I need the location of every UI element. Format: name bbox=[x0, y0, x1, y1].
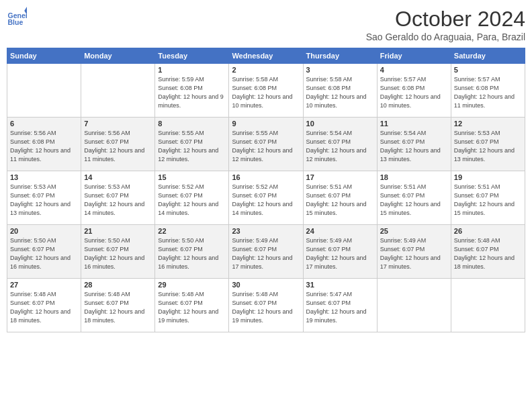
day-info: Sunrise: 5:48 AM Sunset: 6:07 PM Dayligh… bbox=[232, 290, 300, 325]
table-row: 15Sunrise: 5:52 AM Sunset: 6:07 PM Dayli… bbox=[155, 171, 229, 225]
day-number: 4 bbox=[380, 66, 448, 74]
day-number: 30 bbox=[232, 281, 300, 289]
month-title: October 2024 bbox=[366, 7, 525, 32]
day-number: 16 bbox=[232, 173, 300, 181]
day-info: Sunrise: 5:48 AM Sunset: 6:07 PM Dayligh… bbox=[454, 236, 522, 271]
day-number: 22 bbox=[158, 227, 226, 235]
day-info: Sunrise: 5:50 AM Sunset: 6:07 PM Dayligh… bbox=[84, 236, 152, 271]
table-row: 25Sunrise: 5:49 AM Sunset: 6:07 PM Dayli… bbox=[377, 225, 451, 279]
calendar-week-row: 13Sunrise: 5:53 AM Sunset: 6:07 PM Dayli… bbox=[7, 171, 525, 225]
header-saturday: Saturday bbox=[451, 48, 525, 64]
day-info: Sunrise: 5:48 AM Sunset: 6:07 PM Dayligh… bbox=[10, 290, 78, 325]
day-info: Sunrise: 5:53 AM Sunset: 6:07 PM Dayligh… bbox=[454, 129, 522, 164]
day-number: 11 bbox=[380, 120, 448, 128]
day-info: Sunrise: 5:54 AM Sunset: 6:07 PM Dayligh… bbox=[380, 129, 448, 164]
day-number: 6 bbox=[10, 120, 78, 128]
header-tuesday: Tuesday bbox=[155, 48, 229, 64]
table-row: 18Sunrise: 5:51 AM Sunset: 6:07 PM Dayli… bbox=[377, 171, 451, 225]
day-info: Sunrise: 5:49 AM Sunset: 6:07 PM Dayligh… bbox=[232, 236, 300, 271]
day-number: 28 bbox=[84, 281, 152, 289]
day-info: Sunrise: 5:57 AM Sunset: 6:08 PM Dayligh… bbox=[454, 75, 522, 110]
day-number: 19 bbox=[454, 173, 522, 181]
table-row: 11Sunrise: 5:54 AM Sunset: 6:07 PM Dayli… bbox=[377, 118, 451, 171]
day-number: 23 bbox=[232, 227, 300, 235]
day-number: 29 bbox=[158, 281, 226, 289]
table-row: 19Sunrise: 5:51 AM Sunset: 6:07 PM Dayli… bbox=[451, 171, 525, 225]
day-number: 18 bbox=[380, 173, 448, 181]
day-info: Sunrise: 5:53 AM Sunset: 6:07 PM Dayligh… bbox=[84, 183, 152, 218]
day-info: Sunrise: 5:52 AM Sunset: 6:07 PM Dayligh… bbox=[158, 183, 226, 218]
table-row: 21Sunrise: 5:50 AM Sunset: 6:07 PM Dayli… bbox=[81, 225, 155, 279]
table-row: 3Sunrise: 5:58 AM Sunset: 6:08 PM Daylig… bbox=[303, 64, 377, 118]
table-row: 5Sunrise: 5:57 AM Sunset: 6:08 PM Daylig… bbox=[451, 64, 525, 118]
calendar-week-row: 6Sunrise: 5:56 AM Sunset: 6:08 PM Daylig… bbox=[7, 118, 525, 171]
day-info: Sunrise: 5:49 AM Sunset: 6:07 PM Dayligh… bbox=[380, 236, 448, 271]
calendar-week-row: 27Sunrise: 5:48 AM Sunset: 6:07 PM Dayli… bbox=[7, 279, 525, 332]
table-row: 24Sunrise: 5:49 AM Sunset: 6:07 PM Dayli… bbox=[303, 225, 377, 279]
day-info: Sunrise: 5:53 AM Sunset: 6:07 PM Dayligh… bbox=[10, 183, 78, 218]
header-friday: Friday bbox=[377, 48, 451, 64]
calendar-table: Sunday Monday Tuesday Wednesday Thursday… bbox=[7, 48, 525, 332]
table-row: 20Sunrise: 5:50 AM Sunset: 6:07 PM Dayli… bbox=[7, 225, 81, 279]
table-row: 29Sunrise: 5:48 AM Sunset: 6:07 PM Dayli… bbox=[155, 279, 229, 332]
table-row: 26Sunrise: 5:48 AM Sunset: 6:07 PM Dayli… bbox=[451, 225, 525, 279]
day-number: 14 bbox=[84, 173, 152, 181]
table-row: 2Sunrise: 5:58 AM Sunset: 6:08 PM Daylig… bbox=[229, 64, 303, 118]
header-monday: Monday bbox=[81, 48, 155, 64]
day-info: Sunrise: 5:48 AM Sunset: 6:07 PM Dayligh… bbox=[158, 290, 226, 325]
table-row: 13Sunrise: 5:53 AM Sunset: 6:07 PM Dayli… bbox=[7, 171, 81, 225]
day-info: Sunrise: 5:56 AM Sunset: 6:08 PM Dayligh… bbox=[10, 129, 78, 164]
day-info: Sunrise: 5:50 AM Sunset: 6:07 PM Dayligh… bbox=[10, 236, 78, 271]
day-number: 21 bbox=[84, 227, 152, 235]
day-number: 24 bbox=[306, 227, 374, 235]
day-number: 13 bbox=[10, 173, 78, 181]
table-row: 28Sunrise: 5:48 AM Sunset: 6:07 PM Dayli… bbox=[81, 279, 155, 332]
day-number: 20 bbox=[10, 227, 78, 235]
day-info: Sunrise: 5:47 AM Sunset: 6:07 PM Dayligh… bbox=[306, 290, 374, 325]
day-number: 1 bbox=[158, 66, 226, 74]
day-number: 8 bbox=[158, 120, 226, 128]
day-info: Sunrise: 5:55 AM Sunset: 6:07 PM Dayligh… bbox=[232, 129, 300, 164]
table-row bbox=[451, 279, 525, 332]
day-info: Sunrise: 5:50 AM Sunset: 6:07 PM Dayligh… bbox=[158, 236, 226, 271]
day-number: 7 bbox=[84, 120, 152, 128]
table-row bbox=[7, 64, 81, 118]
day-info: Sunrise: 5:49 AM Sunset: 6:07 PM Dayligh… bbox=[306, 236, 374, 271]
day-number: 9 bbox=[232, 120, 300, 128]
table-row: 1Sunrise: 5:59 AM Sunset: 6:08 PM Daylig… bbox=[155, 64, 229, 118]
day-info: Sunrise: 5:52 AM Sunset: 6:07 PM Dayligh… bbox=[232, 183, 300, 218]
day-info: Sunrise: 5:56 AM Sunset: 6:07 PM Dayligh… bbox=[84, 129, 152, 164]
header-sunday: Sunday bbox=[7, 48, 81, 64]
table-row: 12Sunrise: 5:53 AM Sunset: 6:07 PM Dayli… bbox=[451, 118, 525, 171]
day-info: Sunrise: 5:58 AM Sunset: 6:08 PM Dayligh… bbox=[306, 75, 374, 110]
logo: General Blue bbox=[7, 7, 27, 27]
day-number: 25 bbox=[380, 227, 448, 235]
day-info: Sunrise: 5:48 AM Sunset: 6:07 PM Dayligh… bbox=[84, 290, 152, 325]
day-number: 5 bbox=[454, 66, 522, 74]
day-number: 26 bbox=[454, 227, 522, 235]
table-row: 8Sunrise: 5:55 AM Sunset: 6:07 PM Daylig… bbox=[155, 118, 229, 171]
table-row: 17Sunrise: 5:51 AM Sunset: 6:07 PM Dayli… bbox=[303, 171, 377, 225]
table-row: 6Sunrise: 5:56 AM Sunset: 6:08 PM Daylig… bbox=[7, 118, 81, 171]
day-info: Sunrise: 5:58 AM Sunset: 6:08 PM Dayligh… bbox=[232, 75, 300, 110]
table-row: 16Sunrise: 5:52 AM Sunset: 6:07 PM Dayli… bbox=[229, 171, 303, 225]
day-number: 2 bbox=[232, 66, 300, 74]
table-row: 9Sunrise: 5:55 AM Sunset: 6:07 PM Daylig… bbox=[229, 118, 303, 171]
table-row: 14Sunrise: 5:53 AM Sunset: 6:07 PM Dayli… bbox=[81, 171, 155, 225]
title-block: October 2024 Sao Geraldo do Araguaia, Pa… bbox=[366, 7, 525, 42]
table-row: 30Sunrise: 5:48 AM Sunset: 6:07 PM Dayli… bbox=[229, 279, 303, 332]
header: General Blue October 2024 Sao Geraldo do… bbox=[7, 7, 525, 42]
table-row: 4Sunrise: 5:57 AM Sunset: 6:08 PM Daylig… bbox=[377, 64, 451, 118]
table-row: 10Sunrise: 5:54 AM Sunset: 6:07 PM Dayli… bbox=[303, 118, 377, 171]
day-info: Sunrise: 5:55 AM Sunset: 6:07 PM Dayligh… bbox=[158, 129, 226, 164]
table-row: 23Sunrise: 5:49 AM Sunset: 6:07 PM Dayli… bbox=[229, 225, 303, 279]
table-row bbox=[377, 279, 451, 332]
day-number: 10 bbox=[306, 120, 374, 128]
day-info: Sunrise: 5:51 AM Sunset: 6:07 PM Dayligh… bbox=[306, 183, 374, 218]
day-number: 15 bbox=[158, 173, 226, 181]
logo-icon: General Blue bbox=[7, 7, 27, 27]
weekday-header-row: Sunday Monday Tuesday Wednesday Thursday… bbox=[7, 48, 525, 64]
table-row: 7Sunrise: 5:56 AM Sunset: 6:07 PM Daylig… bbox=[81, 118, 155, 171]
table-row: 27Sunrise: 5:48 AM Sunset: 6:07 PM Dayli… bbox=[7, 279, 81, 332]
page: General Blue October 2024 Sao Geraldo do… bbox=[0, 0, 532, 411]
